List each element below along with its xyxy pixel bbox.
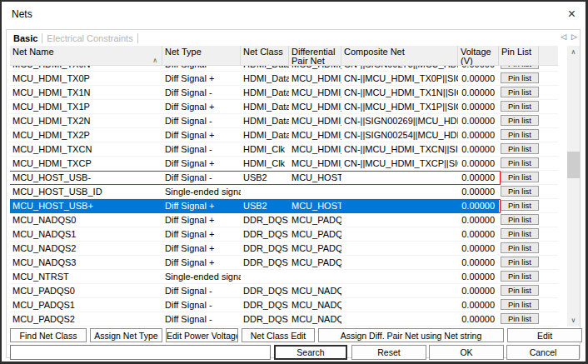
table-row[interactable]: MCU_NADQS2Diff Signal +DDR_DQSMCU_PADQS2…: [10, 242, 558, 256]
pin-list-button[interactable]: Pin list: [501, 143, 539, 154]
table-row[interactable]: MCU_NADQS1Diff Signal +DDR_DQSMCU_PADQS1…: [10, 227, 558, 242]
pin-list-button[interactable]: Pin list: [501, 186, 539, 197]
table-row[interactable]: MCU_HDMI_TXCNDiff Signal -HDMI_ClkMCU_HD…: [10, 142, 558, 157]
table-row[interactable]: MCU_HDMI_TX1PDiff Signal +HDMI_DataMCU_H…: [10, 100, 558, 114]
edit-button[interactable]: Edit: [507, 328, 582, 342]
column-header-net-class[interactable]: Net Class: [241, 46, 289, 65]
cell-diff-pair-net: MCU_HOST_U: [289, 199, 341, 212]
cell-net-name: MCU_HDMI_TXCN: [10, 142, 162, 156]
find-net-class-button[interactable]: Find Net Class: [10, 328, 87, 342]
table-row[interactable]: MCU_HDMI_TX2NDiff Signal -HDMI_DataMCU_H…: [10, 114, 558, 128]
cell-net-name: MCU_PADQS0: [10, 284, 162, 297]
table-row[interactable]: MCU_NADQS0Diff Signal +DDR_DQSMCU_PADQS0…: [10, 213, 558, 227]
pin-list-button[interactable]: Pin list: [501, 271, 539, 282]
pin-list-button[interactable]: Pin list: [501, 257, 539, 267]
table-row[interactable]: MCU_HDMI_TXCPDiff Signal +HDMI_ClkMCU_HD…: [10, 157, 558, 171]
pin-list-button[interactable]: Pin list: [501, 313, 539, 324]
pin-list-button[interactable]: Pin list: [501, 285, 539, 296]
reset-button[interactable]: Reset: [351, 345, 426, 360]
column-header-voltage[interactable]: Voltage (V): [458, 46, 499, 65]
table-row[interactable]: MCU_HDMI_TX0PDiff Signal +HDMI_DataMCU_H…: [10, 72, 558, 86]
cell-composite-net: [341, 227, 458, 241]
cell-voltage: 0.00000: [458, 312, 499, 326]
table-row[interactable]: MCU_HOST_USB-Diff Signal -USB2MCU_HOST_U…: [10, 171, 558, 185]
assign-diff-pair-net-button[interactable]: Assign Diff. Pair Net using Net string: [318, 328, 504, 342]
cell-composite-net: [341, 284, 458, 297]
scroll-up-icon[interactable]: ∧: [567, 46, 580, 58]
cell-voltage: 0.00000: [458, 86, 499, 99]
table-row[interactable]: MCU_HDMI_TX2PDiff Signal +HDMI_DataMCU_H…: [10, 128, 558, 142]
tab-scroll-left-icon[interactable]: ◁: [561, 32, 566, 41]
cell-net-class: HDMI_Data: [241, 86, 289, 99]
cell-net-class: DDR_DQS: [241, 298, 289, 312]
row-filler: [539, 86, 558, 99]
pin-list-button[interactable]: Pin list: [501, 87, 539, 97]
scrollbar-thumb[interactable]: [567, 152, 580, 178]
cell-pin-list: Pin list: [499, 100, 539, 113]
cell-net-type: Diff Signal +: [162, 227, 241, 241]
cell-pin-list: Pin list: [499, 185, 539, 198]
tab-basic[interactable]: Basic: [10, 32, 41, 44]
cell-net-name: MCU_HOST_USB_ID: [10, 185, 162, 198]
table-row[interactable]: MCU_PADQS1Diff Signal -DDR_DQSMCU_NADQS1…: [10, 298, 558, 312]
ok-button[interactable]: OK: [429, 345, 504, 360]
pin-list-button[interactable]: Pin list: [501, 157, 539, 168]
pin-list-button[interactable]: Pin list: [501, 72, 539, 83]
assign-net-type-button[interactable]: Assign Net Type: [90, 328, 162, 342]
cell-net-type: Diff Signal -: [162, 66, 241, 71]
close-icon[interactable]: ×: [568, 7, 576, 21]
cell-net-class: HDMI_Data: [241, 72, 289, 85]
table-row[interactable]: MCU_NTRSTSingle-ended signal0.00000Pin l…: [10, 270, 558, 284]
vertical-scrollbar[interactable]: ∧ ∨: [567, 46, 580, 327]
search-button[interactable]: Search: [274, 345, 347, 360]
pin-list-button[interactable]: Pin list: [501, 66, 539, 69]
cell-pin-list: Pin list: [499, 242, 539, 255]
table-row[interactable]: MCU_PADQS0Diff Signal -DDR_DQSMCU_NADQS0…: [10, 284, 558, 298]
table-row[interactable]: MCU_NADQS3Diff Signal +DDR_DQSMCU_PADQS3…: [10, 256, 558, 270]
column-header-pin-list[interactable]: Pin List: [499, 46, 539, 65]
pin-list-button[interactable]: Pin list: [501, 214, 539, 225]
pin-list-button[interactable]: Pin list: [501, 172, 539, 182]
table-row[interactable]: MCU_HOST_USB+Diff Signal +USB2MCU_HOST_U…: [10, 199, 558, 213]
edit-power-voltage-button[interactable]: Edit Power Voltage: [166, 328, 238, 342]
cell-pin-list: Pin list: [499, 213, 539, 227]
tab-divider: [137, 33, 138, 43]
cell-voltage: 0.00000: [458, 128, 499, 142]
cancel-button[interactable]: Cancel: [506, 345, 580, 360]
column-header-net-name[interactable]: Net Name ∧: [10, 46, 162, 65]
pin-list-button[interactable]: Pin list: [501, 129, 539, 140]
net-class-edit-button[interactable]: Net Class Edit: [242, 328, 315, 342]
cell-voltage: 0.00000: [458, 256, 499, 269]
tab-electrical-constraints[interactable]: Electrical Constraints: [43, 32, 136, 44]
cell-net-type: Diff Signal -: [162, 86, 241, 99]
scroll-down-icon[interactable]: ∨: [567, 314, 580, 327]
pin-list-button[interactable]: Pin list: [501, 299, 539, 310]
column-header-composite-net[interactable]: Composite Net: [341, 46, 458, 65]
tab-scroll-arrows: ◁ ▷: [561, 32, 577, 41]
cell-net-type: Diff Signal -: [162, 142, 241, 156]
pin-list-button[interactable]: Pin list: [501, 242, 539, 253]
column-header-net-type[interactable]: Net Type: [162, 46, 241, 65]
cell-net-type: Diff Signal -: [162, 114, 241, 127]
table-row[interactable]: MCU_HOST_USB_IDSingle-ended signal0.0000…: [10, 185, 558, 199]
cell-voltage: 0.00000: [458, 157, 499, 170]
table-row[interactable]: MCU_HDMI_TX0NDiff Signal -HDMI_DataMCU_H…: [10, 66, 558, 72]
pin-list-button[interactable]: Pin list: [501, 101, 539, 112]
table-row[interactable]: MCU_PADQS2Diff Signal -DDR_DQSMCU_NADQS2…: [10, 312, 558, 327]
pin-list-button[interactable]: Pin list: [501, 115, 539, 126]
cell-diff-pair-net: MCU_HDMI_T: [289, 114, 341, 127]
tab-scroll-right-icon[interactable]: ▷: [571, 32, 577, 41]
column-header-differential-pair-net[interactable]: Differential Pair Net: [289, 46, 341, 65]
cell-diff-pair-net: MCU_HDMI_T: [289, 66, 341, 71]
cell-net-type: Diff Signal -: [162, 284, 241, 297]
pin-list-button[interactable]: Pin list: [501, 200, 539, 211]
row-filler: [539, 114, 558, 127]
cell-net-class: HDMI_Data: [241, 114, 289, 127]
pin-list-button[interactable]: Pin list: [501, 228, 539, 239]
sort-ascending-icon[interactable]: ∧: [152, 57, 157, 66]
table-row[interactable]: MCU_HDMI_TX1NDiff Signal -HDMI_DataMCU_H…: [10, 86, 558, 100]
row-filler: [539, 100, 558, 113]
search-input[interactable]: [10, 345, 271, 360]
cell-diff-pair-net: MCU_HDMI_T: [289, 86, 341, 99]
row-filler: [539, 270, 558, 283]
